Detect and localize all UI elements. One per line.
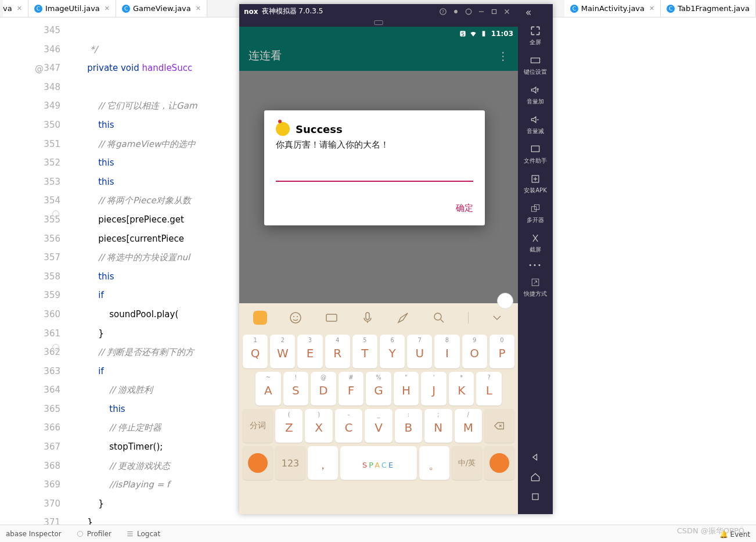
profiler-tab[interactable]: Profiler	[76, 530, 111, 538]
shortcut-button[interactable]: 快捷方式	[524, 277, 547, 298]
close-icon[interactable]: ✕	[649, 5, 654, 12]
volumeup-button[interactable]: 音量加	[527, 84, 544, 106]
star-icon[interactable]	[452, 8, 460, 16]
key-L[interactable]: ?L	[476, 372, 502, 405]
tab-imageutil[interactable]: CImageUtil.java✕	[28, 0, 116, 17]
svg-point-23	[77, 531, 82, 536]
comma-key[interactable]: ，	[308, 446, 338, 480]
line-gutter[interactable]: 345346 347@ 348349350 351352353 354 3553…	[0, 17, 65, 525]
home-button[interactable]	[530, 471, 541, 483]
name-input[interactable]	[276, 164, 473, 182]
key-H[interactable]: "H	[394, 372, 419, 405]
svg-point-2	[454, 10, 458, 13]
key-Y[interactable]: 6Y	[380, 335, 405, 368]
svg-rect-14	[366, 313, 369, 320]
fullscreen-button[interactable]: 全屏	[530, 25, 541, 46]
logcat-tab[interactable]: Logcat	[126, 530, 160, 538]
sticker-key[interactable]	[243, 446, 273, 480]
minimize-icon[interactable]	[477, 8, 485, 16]
tab-gameview[interactable]: CGameView.java✕	[116, 0, 207, 17]
app-toolbar: 连连看 ⋮	[239, 41, 518, 71]
android-statusbar: S 11:03	[239, 27, 518, 41]
ime-icon: S	[459, 30, 467, 38]
event-log[interactable]: 🔔 Event	[719, 530, 750, 539]
screenshot-button[interactable]: 截屏	[530, 232, 541, 254]
keymap-button[interactable]: 键位设置	[524, 55, 547, 76]
help-icon[interactable]: ?	[439, 8, 447, 16]
key-M[interactable]: /M	[455, 409, 482, 443]
close-icon[interactable]: ✕	[17, 5, 22, 12]
keyboard-icon[interactable]	[325, 311, 339, 325]
breakpoint-icon[interactable]	[52, 344, 59, 351]
tab-tab1fragment[interactable]: CTab1Fragment.java	[661, 0, 756, 17]
volumedown-button[interactable]: 音量减	[527, 114, 544, 135]
key-F[interactable]: #F	[339, 372, 364, 405]
key-I[interactable]: 8I	[434, 335, 459, 368]
java-icon: C	[667, 5, 675, 13]
emulator-titlebar[interactable]: nox 夜神模拟器 7.0.3.5 ?	[239, 4, 518, 19]
confirm-button[interactable]: 确定	[276, 203, 473, 214]
sticker-key[interactable]	[484, 446, 514, 480]
soft-keyboard: 1Q2W3E4R5T6Y7U8I9O0P ~A!S@D#F%G"H'J*K?L …	[239, 303, 518, 514]
sogou-icon[interactable]	[253, 311, 267, 325]
key-U[interactable]: 7U	[407, 335, 432, 368]
brush-icon[interactable]	[396, 311, 410, 325]
installapk-button[interactable]: 安装APK	[524, 173, 546, 195]
key-P[interactable]: 0P	[489, 335, 514, 368]
menu-dots-icon[interactable]: ⋮	[498, 49, 509, 62]
svg-point-10	[290, 313, 301, 323]
recents-button[interactable]	[530, 491, 541, 502]
collapse-sidebar-icon[interactable]	[524, 9, 532, 17]
keyboard-toggle-icon[interactable]	[239, 19, 518, 27]
more-button[interactable]: •••	[528, 262, 542, 268]
svg-rect-4	[479, 11, 484, 12]
key-E[interactable]: 3E	[297, 335, 322, 368]
filehelper-button[interactable]: 文件助手	[524, 143, 547, 165]
key-Z[interactable]: (Z	[275, 409, 303, 443]
multiopen-button[interactable]: 多开器	[527, 203, 544, 224]
svg-text:?: ?	[442, 9, 444, 14]
gear-icon[interactable]	[465, 8, 473, 16]
key-S[interactable]: !S	[283, 372, 309, 405]
key-V[interactable]: _V	[365, 409, 392, 443]
tab-mainactivity[interactable]: CMainActivity.java✕	[564, 0, 661, 17]
num-key[interactable]: 123	[275, 446, 305, 480]
backspace-key[interactable]	[484, 409, 514, 443]
emoji-icon[interactable]	[289, 311, 303, 325]
breakpoint-icon[interactable]	[52, 210, 59, 217]
key-B[interactable]: :B	[395, 409, 422, 443]
collapse-icon[interactable]	[490, 311, 504, 325]
key-O[interactable]: 9O	[462, 335, 487, 368]
key-T[interactable]: 5T	[352, 335, 377, 368]
close-icon[interactable]	[503, 8, 511, 16]
tab[interactable]: va✕	[3, 0, 28, 17]
dialog-message: 你真厉害！请输入你的大名！	[276, 139, 473, 150]
key-Q[interactable]: 1Q	[243, 335, 268, 368]
key-X[interactable]: )X	[305, 409, 332, 443]
back-button[interactable]	[530, 451, 541, 463]
maximize-icon[interactable]	[490, 8, 498, 16]
search-icon[interactable]	[432, 311, 446, 325]
close-icon[interactable]: ✕	[105, 5, 110, 12]
key-G[interactable]: %G	[366, 372, 391, 405]
key-J[interactable]: 'J	[421, 372, 447, 405]
space-key[interactable]: SPACE	[340, 446, 417, 480]
assistant-icon[interactable]	[497, 293, 513, 309]
key-R[interactable]: 4R	[325, 335, 350, 368]
key-A[interactable]: ~A	[255, 372, 281, 405]
lang-key[interactable]: 中/英	[452, 446, 482, 480]
fenzi-key[interactable]: 分词	[243, 409, 273, 443]
db-inspector-tab[interactable]: abase Inspector	[6, 530, 62, 538]
svg-point-11	[293, 316, 294, 317]
key-C[interactable]: -C	[335, 409, 362, 443]
app-title: 连连看	[249, 48, 282, 63]
close-icon[interactable]: ✕	[196, 5, 201, 12]
mic-icon[interactable]	[361, 311, 375, 325]
period-key[interactable]: 。	[419, 446, 449, 480]
key-W[interactable]: 2W	[270, 335, 295, 368]
key-D[interactable]: @D	[311, 372, 336, 405]
wifi-icon	[469, 30, 477, 38]
key-K[interactable]: *K	[449, 372, 474, 405]
key-N[interactable]: ;N	[424, 409, 452, 443]
override-icon: @	[35, 59, 44, 78]
